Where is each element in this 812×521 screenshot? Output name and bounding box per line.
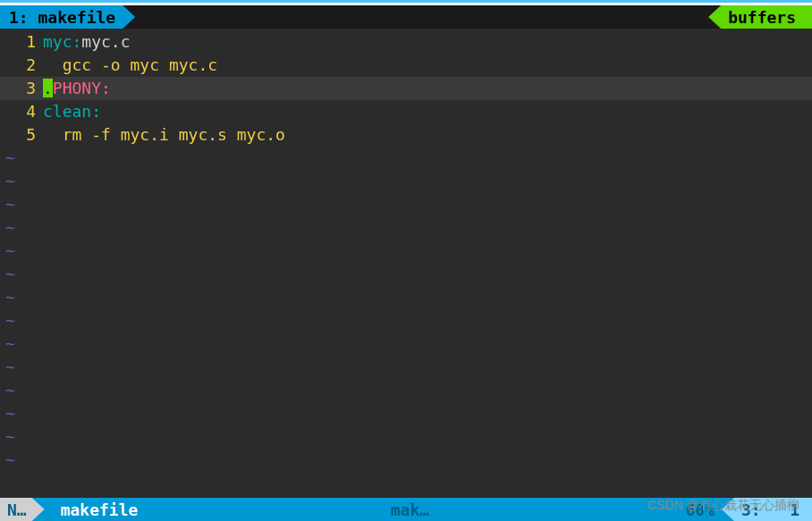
empty-line-tilde: ~ bbox=[0, 216, 812, 239]
empty-line-tilde: ~ bbox=[0, 309, 812, 332]
status-percent: 60% bbox=[665, 498, 722, 521]
status-right: 60% 3: 1 bbox=[665, 498, 812, 521]
line-number: 5 bbox=[0, 123, 43, 147]
empty-line-tilde: ~ bbox=[0, 402, 812, 425]
code-line[interactable]: 5 rm -f myc.i myc.s myc.o bbox=[0, 123, 812, 147]
status-position: 3: 1 bbox=[722, 498, 812, 521]
token-cursor-block: . bbox=[43, 79, 53, 97]
empty-line-tilde: ~ bbox=[0, 425, 812, 449]
code-content[interactable]: myc:myc.c bbox=[43, 30, 812, 54]
line-number: 4 bbox=[0, 100, 43, 123]
status-left: N… makefile bbox=[0, 498, 154, 521]
status-bar: N… makefile mak… 60% 3: 1 bbox=[0, 498, 812, 521]
empty-line-tilde: ~ bbox=[0, 379, 812, 402]
code-content[interactable]: rm -f myc.i myc.s myc.o bbox=[43, 123, 812, 147]
empty-line-tilde: ~ bbox=[0, 239, 812, 263]
token-phony: PHONY: bbox=[53, 79, 111, 97]
line-number: 2 bbox=[0, 54, 43, 77]
status-filename: makefile bbox=[45, 500, 155, 519]
code-content[interactable]: .PHONY: bbox=[43, 77, 812, 100]
status-mode: N… bbox=[0, 498, 45, 521]
tab-right: buffers bbox=[708, 5, 812, 29]
code-content[interactable]: clean: bbox=[43, 100, 812, 123]
code-line[interactable]: 2 gcc -o myc myc.c bbox=[0, 54, 812, 77]
empty-line-tilde: ~ bbox=[0, 193, 812, 216]
empty-line-tilde: ~ bbox=[0, 286, 812, 309]
tab-makefile[interactable]: 1: makefile bbox=[0, 5, 135, 29]
code-line[interactable]: 4clean: bbox=[0, 100, 812, 123]
token-file: myc.c bbox=[81, 32, 130, 51]
code-line[interactable]: 1myc:myc.c bbox=[0, 30, 812, 54]
empty-line-tilde: ~ bbox=[0, 170, 812, 193]
empty-line-tilde: ~ bbox=[0, 449, 812, 472]
line-number: 3 bbox=[0, 77, 43, 100]
empty-line-tilde: ~ bbox=[0, 147, 812, 170]
buffers-label[interactable]: buffers bbox=[708, 5, 812, 29]
empty-line-tilde: ~ bbox=[0, 332, 812, 356]
empty-line-tilde: ~ bbox=[0, 263, 812, 286]
tab-left: 1: makefile bbox=[0, 5, 135, 29]
empty-line-tilde: ~ bbox=[0, 356, 812, 379]
editor-area[interactable]: 1myc:myc.c2 gcc -o myc myc.c3.PHONY:4cle… bbox=[0, 29, 812, 498]
code-content[interactable]: gcc -o myc myc.c bbox=[43, 54, 812, 77]
token-cmd: gcc -o myc myc.c bbox=[43, 55, 217, 74]
token-target: clean: bbox=[43, 102, 101, 121]
token-target: myc: bbox=[43, 32, 81, 51]
status-filetype: mak… bbox=[382, 500, 438, 519]
token-cmd: rm -f myc.i myc.s myc.o bbox=[43, 125, 285, 144]
line-number: 1 bbox=[0, 30, 43, 54]
code-line[interactable]: 3.PHONY: bbox=[0, 77, 812, 100]
tab-bar: 1: makefile buffers bbox=[0, 5, 812, 29]
